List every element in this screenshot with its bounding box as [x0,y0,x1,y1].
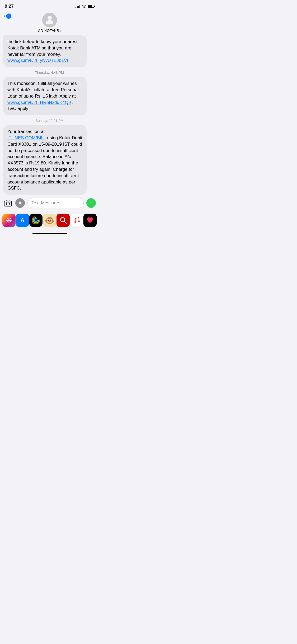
back-badge: 1 [6,13,11,19]
input-bar: A Text Message ↑ [0,196,99,211]
svg-rect-12 [9,221,11,223]
home-indicator [0,231,99,236]
signal-icon [76,5,80,8]
battery-icon [88,5,94,8]
send-icon: ↑ [90,200,92,206]
svg-rect-16 [7,218,8,220]
dock-item-activity[interactable] [29,214,43,227]
message-text: Your transaction at [7,129,45,134]
svg-rect-10 [9,218,11,220]
message-text: the link below to know your nearest Kota… [7,39,78,57]
message-link[interactable]: www.gs.im/k/?t=HRpNxddK4Q9 [7,100,71,105]
text-input[interactable]: Text Message [27,198,84,208]
message-text-body: using Kotak Debit Card X3301 on 15-09-20… [7,135,82,191]
nav-header: ‹ 1 AD-KOTAKB › [0,11,99,35]
svg-line-22 [64,221,66,223]
svg-point-6 [10,202,11,203]
back-button[interactable]: ‹ 1 [4,13,11,19]
back-chevron-icon: ‹ [4,13,6,19]
messages-area: the link below to know your nearest Kota… [0,35,99,196]
svg-rect-15 [6,220,8,221]
message-bubble: the link below to know your nearest Kota… [3,35,87,67]
message-bubble: Your transaction at ITUNES.COM/BILL usin… [3,125,87,195]
camera-button[interactable] [3,198,13,208]
send-button[interactable]: ↑ [86,198,96,208]
timestamp: Thursday, 4:48 PM [3,71,96,75]
contact-name-chevron-icon: › [60,29,61,33]
timestamp: Sunday, 12:21 PM [3,119,96,123]
message-bubble: This monsoon, fulfil all your wishes wit… [3,77,87,115]
status-icons [76,4,94,8]
avatar-person-icon [45,14,54,26]
dock-item-heart[interactable] [83,214,97,227]
svg-text:A: A [20,217,25,224]
svg-point-2 [46,20,53,24]
svg-point-4 [6,202,10,205]
svg-rect-14 [7,221,8,223]
svg-text:A: A [18,201,22,205]
dock: A 🐵 [0,211,99,231]
message-link-itunes[interactable]: ITUNES.COM/BILL [7,135,46,140]
svg-point-20 [34,219,37,222]
status-time: 9:27 [5,4,14,9]
dock-item-appstore[interactable]: A [16,214,29,227]
svg-point-8 [8,219,10,221]
svg-rect-13 [8,221,9,223]
status-bar: 9:27 [0,0,99,11]
app-store-button[interactable]: A [15,198,25,208]
dock-item-music[interactable] [70,214,83,227]
svg-point-1 [48,16,52,20]
contact-avatar[interactable] [42,13,57,27]
dock-item-monkey[interactable]: 🐵 [43,214,56,227]
dock-item-search[interactable] [56,214,70,227]
home-bar [32,233,67,234]
text-input-placeholder: Text Message [31,200,59,206]
dock-item-photos[interactable] [2,214,16,227]
svg-point-24 [78,220,80,222]
svg-rect-9 [8,217,9,219]
message-link[interactable]: www.gs.im/k/?t=yNvUTEJb1Vt [7,58,68,63]
svg-rect-11 [10,220,12,221]
message-text: This monsoon, fulfil all your wishes wit… [7,81,79,99]
contact-name-text: AD-KOTAKB [38,29,59,33]
contact-name[interactable]: AD-KOTAKB › [38,29,61,33]
wifi-icon [82,4,86,8]
svg-point-23 [74,221,76,223]
